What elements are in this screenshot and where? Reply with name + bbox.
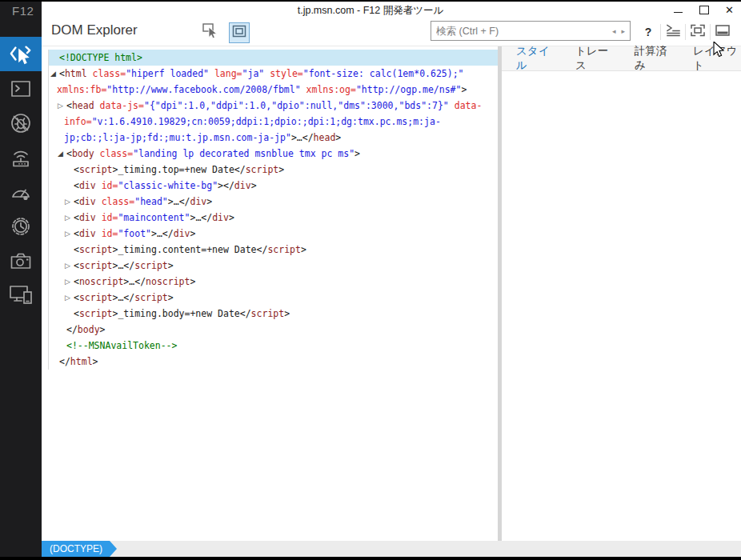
dom-tree-line[interactable]: ▷<div id="foot">…</div> [49,226,498,242]
search-input[interactable] [431,26,612,37]
window-bottom-edge [0,557,741,560]
dom-tree-line[interactable]: <!--MSNAvailToken--> [49,338,498,354]
sidebar-item-dom-explorer[interactable] [0,37,42,71]
dom-tree-line[interactable]: <script>_timing.content=+new Date</scrip… [49,242,498,258]
dock-bottom-icon [715,23,731,41]
element-highlighting-icon [232,25,246,41]
dom-tree: <!DOCTYPE html>◢<html class="hiperf load… [48,50,498,370]
breadcrumb-doctype[interactable]: (DOCTYPE) [42,541,110,557]
expand-arrow-icon[interactable]: ▷ [65,274,70,290]
console-shortcut-button[interactable] [661,22,685,42]
gauge-icon [10,182,32,202]
sidebar-item-console[interactable] [0,71,42,106]
dom-explorer-toolbar: DOM Explorer ◂ ▸ ? [42,18,741,46]
tool-sidebar: F12 [0,0,42,560]
expand-arrow-icon[interactable]: ▷ [65,226,70,242]
sidebar-item-memory[interactable] [0,243,42,278]
select-element-button[interactable] [200,22,219,42]
maximize-panel-button[interactable] [686,22,710,42]
dom-tree-line[interactable]: xmlns:fb="http://www.facebook.com/2008/f… [49,82,498,98]
expand-arrow-icon[interactable]: ▷ [58,98,63,114]
dom-tree-line[interactable]: ▷<div id="maincontent">…</div> [49,210,498,226]
dom-tree-line[interactable]: ◢<body class="landing lp decorated msnbl… [49,146,498,162]
expand-arrow-icon[interactable]: ▷ [65,210,70,226]
sidebar-item-debugger[interactable] [0,106,42,140]
maximize-button[interactable] [699,5,709,15]
gear-clock-icon [10,215,32,238]
tab-styles[interactable]: スタイル [516,44,555,73]
maximize-icon [699,6,709,14]
dom-tree-line[interactable]: <!DOCTYPE html> [49,50,498,66]
help-button[interactable]: ? [636,22,660,42]
close-icon: ✕ [725,5,734,15]
tab-trace[interactable]: トレース [575,44,614,73]
dom-tree-line[interactable]: info="v:1.6.4910.19829;cn:0059;ddpi:1;dp… [49,114,498,130]
dom-explorer-icon [9,43,33,66]
minimize-button[interactable] [673,5,683,15]
dom-tree-line[interactable]: ▷<noscript>…</noscript> [49,274,498,290]
breadcrumb-bar: (DOCTYPE) [42,541,741,557]
devices-icon [9,284,33,306]
styles-panel: スタイルトレース計算済みレイアウト [502,46,741,541]
console-prompt-icon [665,22,682,42]
search-box: ◂ ▸ [431,21,631,41]
dom-tree-line[interactable]: </html> [49,354,498,370]
dom-tree-line[interactable]: <div id="classic-white-bg"></div> [49,178,498,194]
dom-tree-line[interactable]: ▷<script>…</script> [49,258,498,274]
expand-corners-icon [690,23,706,41]
panel-title: DOM Explorer [51,22,138,38]
window-top-edge [0,0,741,2]
search-next-icon[interactable]: ▸ [621,27,625,35]
debugger-icon [10,112,32,134]
close-button[interactable]: ✕ [724,5,735,15]
search-prev-icon[interactable]: ◂ [612,27,616,35]
sidebar-item-ui-responsiveness[interactable] [0,174,42,209]
expand-arrow-icon[interactable]: ▷ [65,194,70,210]
collapse-arrow-icon[interactable]: ◢ [50,66,56,82]
element-highlighting-button[interactable] [229,22,250,43]
dom-tree-line[interactable]: </body> [49,322,498,338]
dock-button[interactable] [711,22,735,42]
dom-tree-line[interactable]: ▷<head data-js="{"dpi":1.0,"ddpi":1.0,"d… [49,98,498,114]
network-icon [10,147,32,168]
select-element-icon [201,22,218,42]
dom-tree-panel: <!DOCTYPE html>◢<html class="hiperf load… [42,46,498,541]
tab-computed[interactable]: 計算済み [635,44,672,73]
expand-arrow-icon[interactable]: ▷ [65,290,70,306]
collapse-arrow-icon[interactable]: ◢ [58,146,63,162]
minimize-icon [674,12,683,13]
dom-tree-line[interactable]: <script>_timing.body=+new Date</script> [49,306,498,322]
dom-tree-line[interactable]: ◢<html class="hiperf loaded" lang="ja" s… [49,66,498,82]
dom-tree-line[interactable]: jp;cb:;l:ja-jp;fd:;mu:t.jp.msn.com-ja-jp… [49,130,498,146]
dom-tree-line[interactable]: ▷<div class="head">…</div> [49,194,498,210]
dom-tree-line[interactable]: ▷<script>…</script> [49,290,498,306]
styles-tabbar: スタイルトレース計算済みレイアウト [502,46,741,71]
tab-layout[interactable]: レイアウト [693,44,741,73]
f12-brand: F12 [0,0,42,18]
dom-tree-line[interactable]: <script>_timing.top=+new Date</script> [49,162,498,178]
sidebar-item-network[interactable] [0,140,42,174]
camera-icon [10,251,32,270]
console-icon [10,79,31,98]
sidebar-item-emulation[interactable] [0,278,42,312]
sidebar-item-profiler[interactable] [0,209,42,243]
expand-arrow-icon[interactable]: ▷ [65,258,70,274]
